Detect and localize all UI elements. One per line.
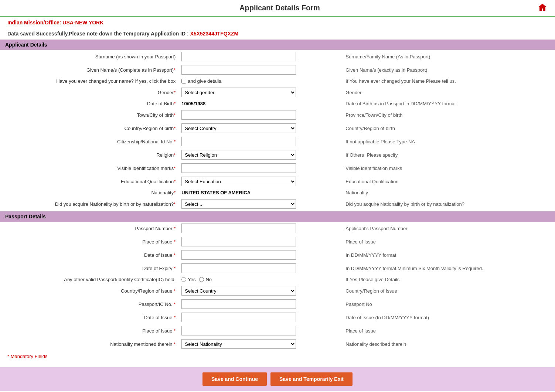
table-row: Religion* Select Religion Hindu Muslim C… (0, 148, 555, 161)
date-expiry-hint: In DD/MM/YYYY format.Minimum Six Month V… (343, 262, 555, 275)
table-row: Any other valid Passport/Identity Certif… (0, 275, 555, 284)
table-row: Nationality mentioned therein * Select N… (0, 337, 555, 351)
place-issue-hint: Place of Issue (343, 235, 555, 248)
table-row: Place of Issue * Place of Issue (0, 324, 555, 337)
table-row: Date of Expiry * In DD/MM/YYYY format.Mi… (0, 262, 555, 275)
table-row: Given Name/s (Complete as in Passport)* … (0, 63, 555, 76)
button-bar: Save and Continue Save and Temporarily E… (0, 367, 555, 391)
date-issue2-label: Date of Issue * (0, 311, 178, 324)
citizenship-input[interactable] (181, 137, 296, 146)
date-issue2-hint: Date of Issue (In DD/MM/YYYY format) (343, 311, 555, 324)
passport-ic-hint: Passport No (343, 297, 555, 311)
table-row: Did you acquire Nationality by birth or … (0, 197, 555, 211)
place-issue2-label: Place of Issue * (0, 324, 178, 337)
surname-label: Surname (as shown in your Passport) (0, 50, 178, 63)
date-issue-label: Date of Issue * (0, 248, 178, 262)
table-row: Country/Region of Issue * Select Country… (0, 284, 555, 297)
table-row: Citizenship/National Id No.* If not appl… (0, 135, 555, 148)
religion-hint: If Others .Please specify (343, 148, 555, 161)
table-row: Visible identification marks* Visible id… (0, 161, 555, 175)
table-row: Educational Qualification* Select Educat… (0, 175, 555, 188)
date-issue-hint: In DD/MM/YYYY format (343, 248, 555, 262)
applicant-details-header: Applicant Details (0, 40, 555, 50)
surname-input[interactable] (181, 52, 296, 61)
surname-hint: Surname/Family Name (As in Passport) (343, 50, 555, 63)
mission-line: Indian Mission/Office: USA-NEW YORK (0, 17, 555, 28)
nationality-therein-label: Nationality mentioned therein * (0, 337, 178, 351)
mandatory-note: * Mandatory Fields (0, 351, 555, 362)
dob-value: 10/05/1988 (181, 101, 205, 106)
passport-number-hint: Applicant's Passport Number (343, 222, 555, 235)
table-row: Date of Issue * Date of Issue (In DD/MM/… (0, 311, 555, 324)
passport-ic-input[interactable] (181, 299, 296, 309)
dob-hint: Date of Birth as in Passport in DD/MM/YY… (343, 99, 555, 108)
education-label: Educational Qualification* (0, 175, 178, 188)
changed-name-checkbox[interactable] (181, 79, 186, 83)
given-names-input[interactable] (181, 65, 296, 75)
table-row: Place of Issue * Place of Issue (0, 235, 555, 248)
gender-label: Gender* (0, 86, 178, 99)
nationality-therein-hint: Nationality described therein (343, 337, 555, 351)
nationality-acq-select[interactable]: Select .. By Birth By Naturalization (181, 199, 296, 209)
place-issue2-input[interactable] (181, 326, 296, 335)
place-issue2-hint: Place of Issue (343, 324, 555, 337)
nationality-hint: Nationality (343, 188, 555, 197)
given-names-label: Given Name/s (Complete as in Passport)* (0, 63, 178, 76)
table-row: Date of Issue * In DD/MM/YYYY format (0, 248, 555, 262)
nationality-label: Nationality* (0, 188, 178, 197)
table-row: Date of Birth* 10/05/1988 Date of Birth … (0, 99, 555, 108)
changed-name-suffix: and give details. (188, 78, 222, 84)
country-issue-label: Country/Region of Issue * (0, 284, 178, 297)
nationality-value: UNITED STATES OF AMERICA (181, 190, 251, 195)
other-passport-no-label: No (199, 277, 212, 282)
religion-label: Religion* (0, 148, 178, 161)
changed-name-label: Have you ever changed your name? If yes,… (0, 76, 178, 86)
country-issue-hint: Country/Region of Issue (343, 284, 555, 297)
country-birth-label: Country/Region of birth* (0, 122, 178, 135)
place-issue-input[interactable] (181, 237, 296, 246)
nationality-therein-select[interactable]: Select Nationality (181, 339, 296, 349)
save-exit-button[interactable]: Save and Temporarily Exit (270, 372, 353, 386)
education-select[interactable]: Select Education Below Matriculation Mat… (181, 177, 296, 186)
visible-marks-label: Visible identification marks* (0, 161, 178, 175)
town-hint: Province/Town/City of birth (343, 108, 555, 122)
gender-hint: Gender (343, 86, 555, 99)
table-row: Have you ever changed your name? If yes,… (0, 76, 555, 86)
date-expiry-label: Date of Expiry * (0, 262, 178, 275)
country-issue-select[interactable]: Select Country (181, 286, 296, 296)
passport-details-header: Passport Details (0, 211, 555, 222)
town-label: Town/City of birth* (0, 108, 178, 122)
passport-number-input[interactable] (181, 224, 296, 233)
gender-select[interactable]: Select gender Male Female Others (181, 88, 296, 97)
country-birth-select[interactable]: Select Country (181, 123, 296, 133)
other-passport-radio-group: Yes No (181, 277, 340, 282)
given-names-hint: Given Name/s (exactly as in Passport) (343, 63, 555, 76)
table-row: Nationality* UNITED STATES OF AMERICA Na… (0, 188, 555, 197)
table-row: Gender* Select gender Male Female Others… (0, 86, 555, 99)
citizenship-label: Citizenship/National Id No.* (0, 135, 178, 148)
table-row: Passport/IC No. * Passport No (0, 297, 555, 311)
place-issue-label: Place of Issue * (0, 235, 178, 248)
other-passport-yes-label: Yes (181, 277, 195, 282)
nationality-acq-label: Did you acquire Nationality by birth or … (0, 197, 178, 211)
other-passport-label: Any other valid Passport/Identity Certif… (0, 275, 178, 284)
town-input[interactable] (181, 110, 296, 120)
changed-name-hint: If You have ever changed your Name Pleas… (343, 76, 555, 86)
visible-marks-input[interactable] (181, 163, 296, 173)
date-issue2-input[interactable] (181, 313, 296, 322)
passport-number-label: Passport Number * (0, 222, 178, 235)
education-hint: Educational Qualification (343, 175, 555, 188)
other-passport-no-radio[interactable] (199, 277, 204, 282)
date-expiry-input[interactable] (181, 263, 296, 273)
dob-label: Date of Birth* (0, 99, 178, 108)
date-issue-input[interactable] (181, 250, 296, 260)
citizenship-hint: If not applicable Please Type NA (343, 135, 555, 148)
religion-select[interactable]: Select Religion Hindu Muslim Christian S… (181, 150, 296, 160)
home-icon[interactable] (537, 2, 548, 14)
passport-ic-label: Passport/IC No. * (0, 297, 178, 311)
table-row: Surname (as shown in your Passport) Surn… (0, 50, 555, 63)
other-passport-yes-radio[interactable] (181, 277, 186, 282)
page-title: Applicant Details Form (22, 4, 537, 12)
other-passport-hint: If Yes Please give Details (343, 275, 555, 284)
save-continue-button[interactable]: Save and Continue (202, 372, 267, 386)
